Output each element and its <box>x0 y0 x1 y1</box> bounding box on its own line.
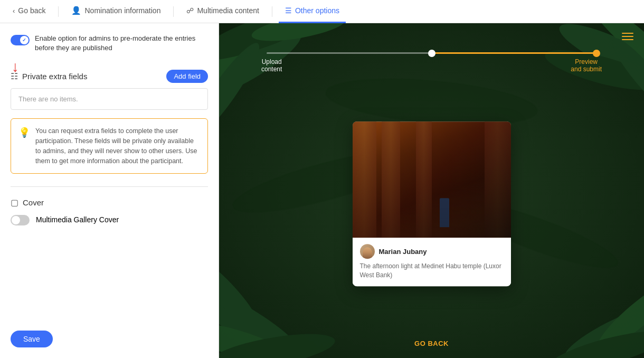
cover-title: Cover <box>23 198 44 207</box>
multimedia-cover-label: Multimedia Gallery Cover <box>36 215 119 224</box>
private-fields-title: Private extra fields <box>22 72 87 81</box>
lightbulb-icon: 💡 <box>18 127 30 166</box>
multimedia-cover-row: Multimedia Gallery Cover <box>11 214 208 225</box>
top-navigation: ‹ Go back 👤 Nomination information ☍ Mul… <box>0 0 644 23</box>
pre-moderate-toggle[interactable] <box>11 35 30 45</box>
cover-toggle-track <box>11 215 30 225</box>
go-back-button[interactable]: GO BACK <box>414 340 449 347</box>
nav-divider-1 <box>58 6 59 17</box>
card-image <box>353 121 511 238</box>
left-panel: Enable option for admins to pre-moderate… <box>0 23 219 358</box>
user-icon: 👤 <box>71 6 81 15</box>
avatar <box>360 244 375 259</box>
save-button-wrap: Save <box>11 331 53 347</box>
author-row: Marian Jubany <box>360 244 504 259</box>
private-fields-section-header: ☷ Private extra fields Add field <box>11 65 208 83</box>
progress-label-preview: Previewand submit <box>571 58 602 73</box>
monitor-icon: ☍ <box>186 6 194 15</box>
nav-divider-2 <box>173 6 174 17</box>
card-footer: Marian Jubany The afternoon light at Med… <box>353 238 511 286</box>
empty-state-text: There are no items. <box>18 95 78 103</box>
section-divider <box>11 186 208 187</box>
hamburger-menu-button[interactable] <box>619 30 637 43</box>
chevron-left-icon: ‹ <box>13 7 15 15</box>
cover-section: ▢ Cover Multimedia Gallery Cover <box>11 197 208 225</box>
progress-labels: Uploadcontent Previewand submit <box>245 58 618 73</box>
nav-nomination-info[interactable]: 👤 Nomination information <box>65 0 167 23</box>
card-description: The afternoon light at Medinet Habu temp… <box>360 262 504 280</box>
progress-fill <box>432 52 597 54</box>
nomination-info-label: Nomination information <box>84 6 160 15</box>
card-image-inner <box>353 121 511 238</box>
progress-track <box>267 52 596 54</box>
info-box: 💡 You can request extra fields to comple… <box>11 118 208 174</box>
avatar-silhouette <box>363 247 372 259</box>
save-button[interactable]: Save <box>11 331 53 347</box>
multimedia-label: Multimedia content <box>197 6 259 15</box>
go-back-label: Go back <box>18 6 45 15</box>
main-layout: Enable option for admins to pre-moderate… <box>0 23 644 358</box>
nav-go-back[interactable]: ‹ Go back <box>6 0 52 23</box>
private-fields-title-group: ☷ Private extra fields <box>11 71 87 81</box>
progress-dot-preview <box>593 50 600 57</box>
add-field-button[interactable]: Add field <box>166 70 208 83</box>
toggle-thumb <box>20 36 29 44</box>
red-arrow-annotation: ↑ <box>12 61 19 76</box>
hamburger-line-3 <box>622 39 633 40</box>
pre-moderate-toggle-row: Enable option for admins to pre-moderate… <box>11 34 208 53</box>
empty-state-box: There are no items. <box>11 88 208 110</box>
preview-card: Marian Jubany The afternoon light at Med… <box>353 121 511 286</box>
right-panel: Uploadcontent Previewand submit <box>219 23 644 358</box>
toggle-track <box>11 35 30 45</box>
progress-label-upload: Uploadcontent <box>261 58 282 73</box>
info-text: You can request extra fields to complete… <box>35 126 200 166</box>
toggle-label: Enable option for admins to pre-moderate… <box>35 34 208 53</box>
other-options-label: Other options <box>295 6 339 15</box>
progress-dot-upload <box>428 50 435 57</box>
cover-toggle-thumb <box>12 216 20 224</box>
hamburger-line-1 <box>622 33 633 34</box>
cover-title-group: ▢ Cover <box>11 197 208 208</box>
hamburger-line-2 <box>622 36 633 37</box>
nav-other-options[interactable]: ☰ Other options <box>279 0 346 23</box>
nav-multimedia[interactable]: ☍ Multimedia content <box>180 0 266 23</box>
image-icon: ▢ <box>11 197 18 208</box>
multimedia-cover-toggle[interactable] <box>11 215 30 225</box>
progress-bar-area: Uploadcontent Previewand submit <box>245 52 618 73</box>
nav-divider-3 <box>272 6 272 17</box>
list-icon: ☰ <box>285 6 292 15</box>
author-name: Marian Jubany <box>379 248 427 256</box>
